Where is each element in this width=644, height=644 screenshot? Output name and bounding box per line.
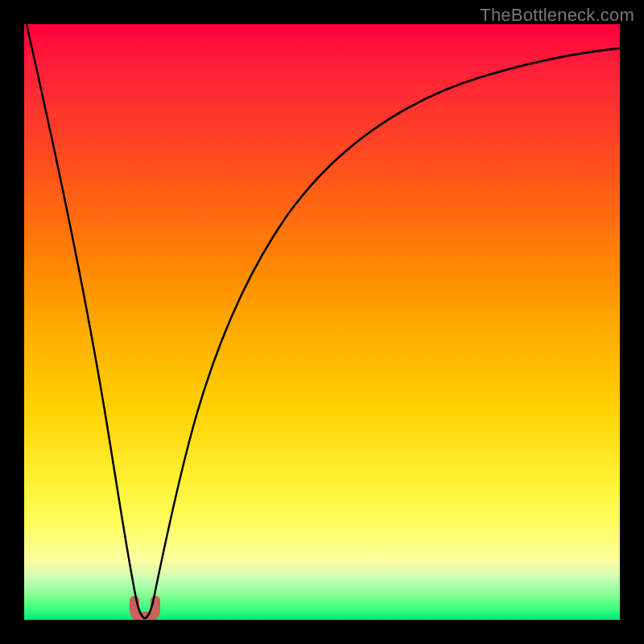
bottleneck-curve [27, 24, 620, 618]
chart-frame: TheBottleneck.com [0, 0, 644, 644]
plot-area [24, 24, 620, 620]
curve-layer [24, 24, 620, 620]
watermark-text: TheBottleneck.com [480, 5, 634, 26]
